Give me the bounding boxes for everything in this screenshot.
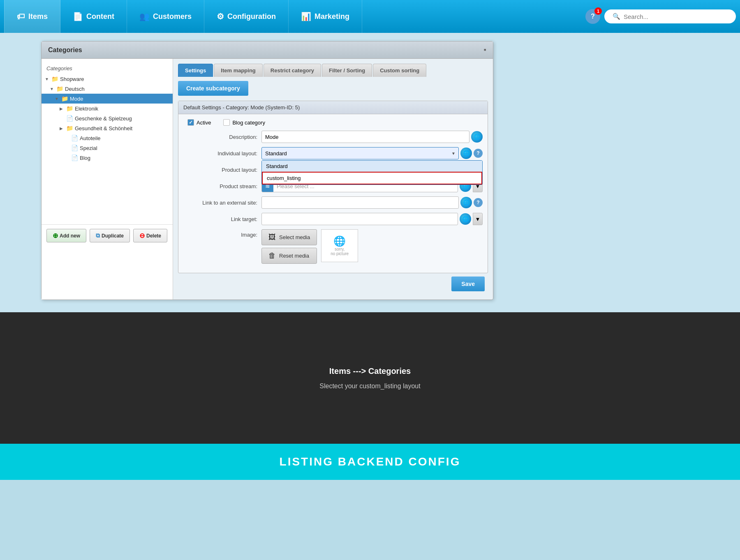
- blog-label: Blog category: [232, 120, 265, 126]
- duplicate-icon: ⧉: [96, 232, 100, 239]
- search-icon: 🔍: [613, 13, 620, 20]
- duplicate-label: Duplicate: [102, 233, 124, 239]
- tree-item-autoteile[interactable]: 📄 Autoteile: [42, 133, 173, 143]
- nav-label-content: Content: [86, 12, 114, 21]
- doc-icon: 📄: [71, 145, 78, 151]
- select-media-button[interactable]: 🖼 Select media: [261, 229, 317, 245]
- link-target-globe[interactable]: 🌐: [460, 213, 471, 225]
- expand-icon: ▼: [45, 77, 50, 81]
- help-label: ?: [591, 13, 595, 20]
- search-bar[interactable]: 🔍: [604, 9, 736, 23]
- add-new-button[interactable]: ⊕ Add new: [46, 229, 86, 242]
- tree-item-spezial[interactable]: 📄 Spezial: [42, 143, 173, 153]
- reset-media-button[interactable]: 🗑 Reset media: [261, 248, 317, 264]
- window-close-icon[interactable]: ▪: [484, 46, 486, 54]
- description-globe-button[interactable]: 🌐: [471, 131, 483, 143]
- external-link-help[interactable]: ?: [474, 198, 483, 207]
- product-layout-label: Product layout:: [183, 167, 257, 173]
- tabs: Settings Item mapping Restrict category …: [178, 64, 488, 77]
- active-checkbox-item: ✓ Active: [187, 119, 211, 126]
- individual-layout-select-wrapper: Standard custom_listing ▼: [261, 147, 459, 159]
- active-label: Active: [197, 120, 211, 126]
- option-standard-label: Standard: [266, 163, 288, 169]
- settings-body: ✓ Active Blog category Description:: [178, 114, 488, 273]
- help-button[interactable]: ? 1: [585, 9, 600, 24]
- search-input[interactable]: [624, 13, 728, 20]
- save-label: Save: [461, 281, 475, 287]
- tree-item-mode[interactable]: ▼ 📁 Mode: [42, 94, 173, 104]
- dropdown-option-standard[interactable]: Standard: [262, 161, 482, 172]
- description-wrapper: 🌐: [261, 131, 483, 143]
- external-link-globe[interactable]: 🌐: [460, 197, 472, 208]
- tab-custom-sorting[interactable]: Custom sorting: [373, 64, 426, 77]
- active-checkbox[interactable]: ✓: [187, 119, 194, 126]
- tab-item-mapping-label: Item mapping: [221, 67, 256, 74]
- tab-restrict-category[interactable]: Restrict category: [264, 64, 321, 77]
- individual-layout-row: Individual layout: Standard custom_listi…: [183, 147, 483, 159]
- delete-button[interactable]: ⊖ Delete: [133, 229, 167, 242]
- external-link-wrapper: 🌐 ?: [261, 196, 483, 209]
- tab-settings[interactable]: Settings: [178, 64, 213, 77]
- tree-panel: Categories ▼ 📁 Shopware ▼ 📁 Deutsch ▼ 📁: [42, 59, 173, 300]
- tree-label-autoteile: Autoteile: [80, 135, 101, 141]
- tree-item-gesundheit[interactable]: ▶ 📁 Gesundheit & Schönheit: [42, 123, 173, 133]
- bottom-subtitle: Slectect your custom_listing layout: [319, 383, 420, 390]
- bottom-title: Items ---> Categories: [329, 366, 411, 376]
- link-target-input[interactable]: [261, 213, 458, 225]
- external-link-input[interactable]: [261, 196, 459, 209]
- option-custom-label: custom_listing: [267, 175, 301, 181]
- individual-layout-wrapper: Standard custom_listing ▼ 🌐 ?: [261, 147, 483, 159]
- nav-item-marketing[interactable]: 📊 Marketing: [289, 0, 362, 33]
- duplicate-button[interactable]: ⧉ Duplicate: [90, 229, 130, 242]
- link-target-dropdown-btn[interactable]: ▼: [473, 213, 483, 225]
- main-area: Categories ▪ Categories ▼ 📁 Shopware ▼ 📁…: [0, 33, 740, 312]
- tab-filter-sorting[interactable]: Filter / Sorting: [322, 64, 372, 77]
- product-stream-label: Product stream:: [183, 183, 257, 189]
- tree-label-elektronik: Elektronik: [75, 106, 98, 112]
- media-buttons: 🖼 Select media 🗑 Reset media: [261, 229, 317, 264]
- add-new-label: Add new: [60, 233, 80, 239]
- no-picture-text: sorry,no picture: [331, 247, 349, 256]
- dropdown-option-custom[interactable]: custom_listing: [262, 172, 482, 184]
- link-target-wrapper: 🌐 ▼: [261, 213, 483, 225]
- nav-item-items[interactable]: 🏷 Items: [4, 0, 60, 33]
- tree-item-blog[interactable]: 📄 Blog: [42, 153, 173, 163]
- image-section: 🖼 Select media 🗑 Reset media: [261, 229, 358, 264]
- blog-checkbox[interactable]: [223, 119, 230, 126]
- tab-item-mapping[interactable]: Item mapping: [214, 64, 263, 77]
- content-panel: Settings Item mapping Restrict category …: [173, 59, 493, 300]
- nav-item-configuration[interactable]: ⚙ Configuration: [204, 0, 289, 33]
- create-subcategory-button[interactable]: Create subcategory: [178, 81, 248, 96]
- tree-actions: ⊕ Add new ⧉ Duplicate ⊖ Delete: [42, 224, 173, 247]
- expand-icon: ▶: [60, 106, 65, 111]
- layout-globe-button[interactable]: 🌐: [460, 147, 472, 159]
- nav-item-customers[interactable]: 👥 Customers: [127, 0, 204, 33]
- tree-spacer: [42, 163, 173, 224]
- description-label: Description:: [183, 134, 257, 140]
- tree-label-spezial: Spezial: [80, 145, 97, 151]
- marketing-icon: 📊: [301, 12, 311, 21]
- tree-item-deutsch[interactable]: ▼ 📁 Deutsch: [42, 84, 173, 94]
- add-icon: ⊕: [53, 232, 58, 240]
- reset-media-icon: 🗑: [268, 251, 276, 260]
- tree-item-elektronik[interactable]: ▶ 📁 Elektronik: [42, 104, 173, 113]
- nav-label-customers: Customers: [153, 12, 192, 21]
- external-link-label: Link to an external site:: [183, 200, 257, 206]
- save-button[interactable]: Save: [451, 277, 485, 291]
- tree-item-geschenke[interactable]: 📄 Geschenke & Spielzeug: [42, 113, 173, 123]
- nav-item-content[interactable]: 📄 Content: [60, 0, 127, 33]
- window-title-bar: Categories ▪: [42, 41, 493, 59]
- tree-item-shopware[interactable]: ▼ 📁 Shopware: [42, 74, 173, 84]
- window-title: Categories: [48, 46, 82, 54]
- tree-panel-title: Categories: [42, 63, 173, 74]
- description-input[interactable]: [261, 131, 469, 143]
- individual-layout-label: Individual layout:: [183, 150, 257, 157]
- layout-help-icon[interactable]: ?: [474, 149, 483, 158]
- customers-icon: 👥: [139, 12, 150, 21]
- categories-window: Categories ▪ Categories ▼ 📁 Shopware ▼ 📁…: [41, 41, 493, 300]
- create-subcategory-label: Create subcategory: [186, 85, 240, 92]
- doc-icon: 📄: [71, 154, 78, 161]
- individual-layout-select[interactable]: Standard custom_listing: [261, 147, 459, 159]
- window-body: Categories ▼ 📁 Shopware ▼ 📁 Deutsch ▼ 📁: [42, 59, 493, 300]
- nav-label-configuration: Configuration: [227, 12, 276, 21]
